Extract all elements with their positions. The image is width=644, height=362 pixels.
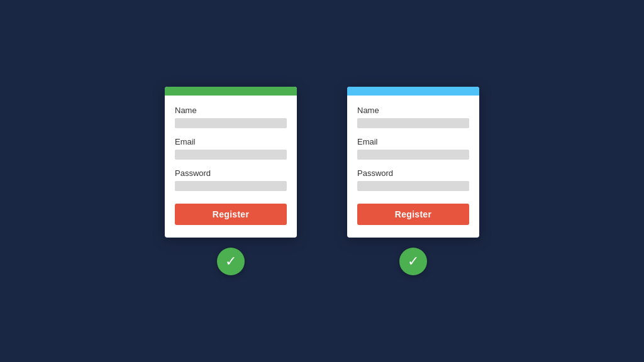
form-wrapper-right: Name Email Password Register ✓	[347, 87, 479, 275]
email-label-left: Email	[175, 137, 287, 146]
name-label-right: Name	[357, 106, 469, 115]
form-body-left: Name Email Password Register	[165, 96, 297, 238]
password-input-left[interactable]	[175, 181, 287, 191]
form-header-blue	[347, 87, 479, 96]
email-input-left[interactable]	[175, 150, 287, 160]
register-button-right[interactable]: Register	[357, 204, 469, 225]
name-input-left[interactable]	[175, 118, 287, 128]
email-field-right: Email	[357, 137, 469, 160]
checkmark-right: ✓	[399, 248, 427, 275]
name-field-right: Name	[357, 106, 469, 128]
password-input-right[interactable]	[357, 181, 469, 191]
checkmark-left: ✓	[217, 248, 245, 275]
form-wrapper-left: Name Email Password Register ✓	[165, 87, 297, 275]
email-field-left: Email	[175, 137, 287, 160]
register-button-left[interactable]: Register	[175, 204, 287, 225]
password-field-left: Password	[175, 168, 287, 191]
form-card-left: Name Email Password Register	[165, 87, 297, 238]
password-label-left: Password	[175, 168, 287, 178]
form-header-green	[165, 87, 297, 96]
form-body-right: Name Email Password Register	[347, 96, 479, 238]
name-field-left: Name	[175, 106, 287, 128]
password-field-right: Password	[357, 168, 469, 191]
email-input-right[interactable]	[357, 150, 469, 160]
email-label-right: Email	[357, 137, 469, 146]
forms-container: Name Email Password Register ✓	[165, 87, 479, 275]
check-icon-left: ✓	[225, 255, 236, 268]
form-card-right: Name Email Password Register	[347, 87, 479, 238]
check-icon-right: ✓	[408, 255, 419, 268]
name-input-right[interactable]	[357, 118, 469, 128]
password-label-right: Password	[357, 168, 469, 178]
name-label-left: Name	[175, 106, 287, 115]
